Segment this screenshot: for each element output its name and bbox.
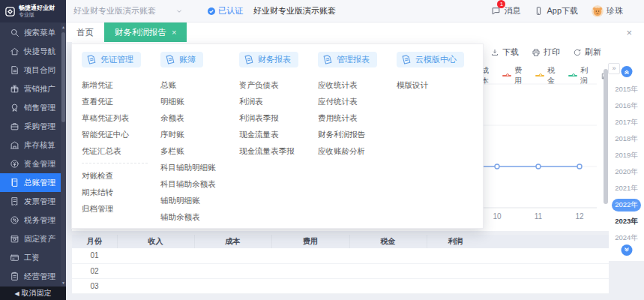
menu-item-财务利润报告[interactable]: 财务利润报告 bbox=[318, 126, 394, 142]
menu-item-资产负债表[interactable]: 资产负债表 bbox=[239, 76, 316, 93]
sidebar-item-总账管理[interactable]: 总账管理 bbox=[0, 173, 66, 192]
sidebar-item-label: 发票管理 bbox=[24, 196, 55, 207]
sidebar-item-营销推广[interactable]: 营销推广 bbox=[0, 80, 66, 98]
menu-item-现金流量表季报[interactable]: 现金流量表季报 bbox=[239, 142, 316, 159]
menu-item-总账[interactable]: 总账 bbox=[160, 76, 237, 93]
menu-divider bbox=[82, 163, 148, 164]
menu-item-科目辅助明细账[interactable]: 科目辅助明细账 bbox=[160, 159, 237, 176]
account-name: 好业财专业版演示账套 bbox=[253, 5, 336, 16]
menu-item-余额表[interactable]: 余额表 bbox=[160, 110, 237, 126]
unpin-label: 取消固定 bbox=[22, 288, 52, 298]
menu-item-费用统计表[interactable]: 费用统计表 bbox=[318, 110, 394, 126]
sidebar-item-资金管理[interactable]: 资金管理 bbox=[0, 154, 66, 173]
download-button[interactable]: 下载 bbox=[490, 46, 519, 58]
sidebar-item-label: 税务管理 bbox=[24, 215, 55, 226]
close-tabs-icon[interactable]: × bbox=[626, 22, 632, 42]
menu-item-模版设计[interactable]: 模版设计 bbox=[397, 76, 473, 93]
scroll-down-icon[interactable]: ▼ bbox=[61, 280, 66, 286]
user-menu[interactable]: 珍珠 bbox=[592, 5, 623, 17]
sidebar-item-label: 快捷导航 bbox=[24, 46, 55, 57]
menu-section-header: 财务报表 bbox=[239, 52, 298, 68]
sidebar-item-经营管理[interactable]: 经营管理 bbox=[0, 267, 66, 286]
menu-item-科目辅助余额表[interactable]: 科目辅助余额表 bbox=[160, 176, 237, 192]
years-scroll-up-button[interactable] bbox=[621, 66, 632, 77]
menu-item-序时账[interactable]: 序时账 bbox=[160, 126, 237, 142]
template-section-icon bbox=[400, 53, 412, 66]
year-item-2019年[interactable]: 2019年 bbox=[609, 147, 644, 164]
brand-logo: 畅捷通好业财 专业版 bbox=[0, 0, 66, 22]
unpin-sidebar-button[interactable]: ◀ 取消固定 bbox=[0, 286, 66, 300]
year-item-2018年[interactable]: 2018年 bbox=[609, 130, 644, 147]
account-selector[interactable]: 好业财专业版演示账套 bbox=[73, 5, 183, 16]
year-label: 2020年 bbox=[615, 167, 638, 177]
sidebar-item-label: 销售管理 bbox=[24, 103, 55, 113]
menu-item-应收统计表[interactable]: 应收统计表 bbox=[318, 76, 394, 93]
messages-button[interactable]: 1 消息 bbox=[491, 5, 520, 16]
avatar bbox=[592, 5, 604, 17]
app-download-button[interactable]: App下载 bbox=[534, 5, 578, 16]
menu-section-云模版中心: 云模版中心模版设计 bbox=[397, 52, 473, 93]
year-item-2021年[interactable]: 2021年 bbox=[609, 180, 644, 196]
year-item-2015年[interactable]: 2015年 bbox=[609, 81, 644, 98]
menu-item-归档管理[interactable]: 归档管理 bbox=[82, 200, 158, 217]
tab-label: 首页 bbox=[76, 27, 94, 38]
tab-财务利润报告[interactable]: 财务利润报告× bbox=[104, 22, 187, 42]
sidebar-item-项目合同[interactable]: 项目合同 bbox=[0, 61, 66, 80]
year-label: 2024年 bbox=[615, 233, 638, 243]
year-item-2016年[interactable]: 2016年 bbox=[609, 98, 644, 114]
sidebar-item-采购管理[interactable]: 采购管理 bbox=[0, 117, 66, 136]
topbar: 好业财专业版演示账套 已认证 好业财专业版演示账套 1 消息 bbox=[66, 0, 644, 22]
certified-badge: 已认证 bbox=[207, 5, 243, 16]
menu-item-对账检查[interactable]: 对账检查 bbox=[82, 167, 158, 184]
menu-item-明细账[interactable]: 明细账 bbox=[160, 93, 237, 110]
menu-item-查看凭证[interactable]: 查看凭证 bbox=[82, 93, 158, 110]
menu-section-管理报表: 管理报表应收统计表应付统计表费用统计表财务利润报告应收账龄分析 bbox=[318, 52, 394, 159]
panel-scrollbar[interactable] bbox=[604, 69, 608, 204]
topbar-actions: 1 消息 App下载 珍珠 bbox=[491, 5, 623, 17]
menu-item-辅助余额表[interactable]: 辅助余额表 bbox=[160, 208, 237, 225]
scrollbar-thumb[interactable] bbox=[61, 32, 65, 122]
sidebar-item-label: 总账管理 bbox=[24, 178, 55, 188]
year-item-2020年[interactable]: 2020年 bbox=[609, 164, 644, 180]
table-cell bbox=[271, 248, 349, 263]
year-item-2023年[interactable]: 2023年 bbox=[609, 213, 644, 230]
menu-item-辅助明细账[interactable]: 辅助明细账 bbox=[160, 192, 237, 208]
menu-item-智能凭证中心[interactable]: 智能凭证中心 bbox=[82, 126, 158, 142]
sidebar-scrollbar[interactable]: ▲ ▼ bbox=[61, 23, 66, 286]
sidebar-item-快捷导航[interactable]: 快捷导航 bbox=[0, 42, 66, 61]
sidebar-item-销售管理[interactable]: 销售管理 bbox=[0, 98, 66, 117]
menu-item-利润表季报[interactable]: 利润表季报 bbox=[239, 110, 316, 126]
print-button[interactable]: 打印 bbox=[532, 46, 560, 58]
menu-item-现金流量表[interactable]: 现金流量表 bbox=[239, 126, 316, 142]
sidebar-item-工资[interactable]: 工资 bbox=[0, 248, 66, 267]
year-item-2024年[interactable]: 2024年 bbox=[609, 230, 644, 246]
expand-panel-icon[interactable]: » bbox=[608, 63, 620, 74]
table-cell bbox=[117, 278, 194, 293]
menu-item-凭证汇总表[interactable]: 凭证汇总表 bbox=[82, 142, 158, 159]
menu-item-新增凭证[interactable]: 新增凭证 bbox=[82, 76, 158, 93]
data-point-marker bbox=[577, 164, 582, 169]
menu-item-利润表[interactable]: 利润表 bbox=[239, 93, 316, 110]
scroll-up-icon[interactable]: ▲ bbox=[61, 24, 66, 30]
sidebar-item-库存核算[interactable]: 库存核算 bbox=[0, 136, 66, 154]
year-selector-panel: 2015年2016年2017年2018年2019年2020年2021年2022年… bbox=[609, 42, 644, 261]
year-item-2022年[interactable]: 2022年 bbox=[609, 196, 644, 213]
table-cell bbox=[194, 263, 271, 278]
sidebar-item-label: 经营管理 bbox=[24, 272, 55, 282]
menu-item-期末结转[interactable]: 期末结转 bbox=[82, 184, 158, 200]
inventory-icon bbox=[10, 140, 19, 150]
refresh-button[interactable]: 刷新 bbox=[573, 46, 601, 58]
menu-item-草稿凭证列表[interactable]: 草稿凭证列表 bbox=[82, 110, 158, 126]
sidebar-item-税务管理[interactable]: 税务管理 bbox=[0, 211, 66, 230]
tax-icon bbox=[10, 215, 19, 225]
menu-item-应付统计表[interactable]: 应付统计表 bbox=[318, 93, 394, 110]
sidebar-item-固定资产[interactable]: 固定资产 bbox=[0, 230, 66, 248]
sidebar-item-发票管理[interactable]: 发票管理 bbox=[0, 192, 66, 211]
tab-close-icon[interactable]: × bbox=[172, 28, 176, 37]
sidebar-item-搜索菜单[interactable]: 搜索菜单 bbox=[0, 23, 66, 42]
menu-item-多栏账[interactable]: 多栏账 bbox=[160, 142, 237, 159]
year-item-2017年[interactable]: 2017年 bbox=[609, 114, 644, 130]
menu-item-应收账龄分析[interactable]: 应收账龄分析 bbox=[318, 142, 394, 159]
tab-首页[interactable]: 首页 bbox=[66, 22, 104, 42]
years-scroll-down-button[interactable] bbox=[621, 244, 632, 256]
